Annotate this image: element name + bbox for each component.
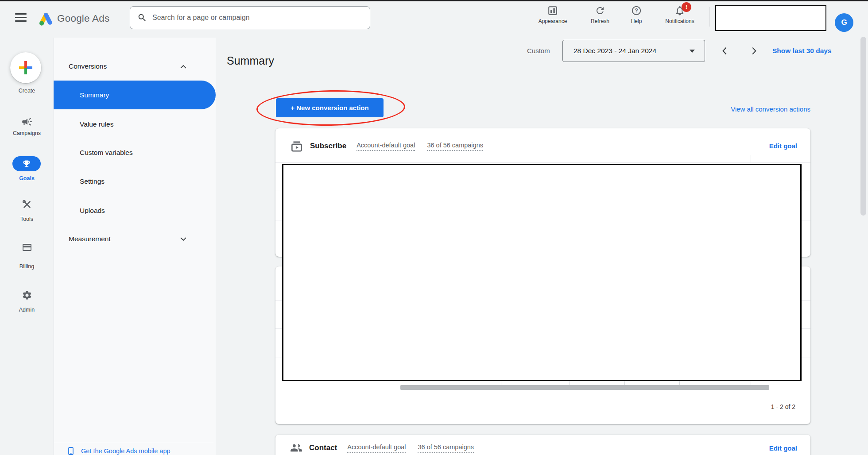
next-period-button[interactable] [748, 45, 760, 57]
window-edge [0, 0, 868, 1]
google-ads-app: { "page": { "bg": "#f1f3f4", "accent": "… [0, 0, 868, 455]
billing-label: Billing [0, 263, 54, 270]
vertical-scrollbar[interactable] [860, 37, 866, 216]
previous-period-button[interactable] [719, 45, 731, 57]
appearance-button[interactable]: Appearance [533, 5, 573, 24]
page-title: Summary [227, 54, 274, 67]
goals-label: Goals [0, 175, 54, 181]
mobile-app-link-label: Get the Google Ads mobile app [81, 445, 170, 455]
redacted-account-info [715, 5, 826, 31]
uploads-label: Uploads [80, 204, 105, 217]
notifications-label: Notifications [665, 18, 694, 24]
date-mode-label: Custom [527, 40, 550, 62]
refresh-label: Refresh [591, 18, 609, 24]
trophy-icon [22, 159, 31, 168]
subnav-section-conversions[interactable]: Conversions [54, 59, 216, 74]
admin-label: Admin [0, 307, 54, 313]
sidebar-item-billing[interactable]: Billing [0, 242, 54, 268]
gear-icon [22, 290, 32, 301]
chevron-up-icon [180, 65, 187, 69]
pagination-label: 1 - 2 of 2 [771, 401, 795, 412]
edit-goal-link[interactable]: Edit goal [769, 142, 797, 150]
goals-selected-pill[interactable] [12, 156, 41, 171]
settings-label: Settings [80, 175, 105, 188]
view-all-conversion-actions-link[interactable]: View all conversion actions [731, 103, 810, 116]
table-divider [275, 162, 810, 163]
table-column-divider [751, 155, 751, 162]
goal-type-chip[interactable]: Account-default goal [356, 142, 415, 151]
notification-badge: ! [682, 2, 691, 12]
date-range-dropdown[interactable]: 28 Dec 2023 - 24 Jan 2024 [562, 40, 705, 62]
search-box[interactable] [130, 6, 370, 29]
people-icon [290, 442, 302, 454]
help-button[interactable]: ? Help [616, 5, 656, 24]
plus-icon [18, 60, 34, 76]
google-ads-logo-icon [38, 11, 53, 26]
appearance-chart-icon [547, 5, 558, 16]
campaigns-count-chip[interactable]: 36 of 56 campaigns [418, 443, 474, 453]
account-avatar[interactable]: G [835, 13, 853, 32]
subnav-item-settings[interactable]: Settings [54, 175, 216, 188]
sidebar-item-goals[interactable]: Goals [0, 156, 54, 182]
measurement-section-label: Measurement [69, 232, 111, 246]
notifications-button[interactable]: ! Notifications [660, 5, 700, 24]
goal-card-header: Subscribe Account-default goal 36 of 56 … [290, 139, 483, 153]
google-ads-logo[interactable]: Google Ads [38, 11, 118, 27]
megaphone-icon [21, 116, 33, 127]
tools-icon [22, 199, 32, 210]
brand-text: Google Ads [57, 13, 109, 24]
dropdown-caret-icon [690, 50, 695, 53]
date-range-value: 28 Dec 2023 - 24 Jan 2024 [574, 40, 656, 62]
search-icon [137, 13, 147, 23]
subnav-item-uploads[interactable]: Uploads [54, 204, 216, 217]
chevron-left-icon [719, 45, 731, 57]
create-circle[interactable] [10, 52, 41, 83]
redacted-table [282, 164, 802, 381]
horizontal-scrollbar[interactable] [400, 385, 769, 390]
subnav-item-summary[interactable]: Summary [54, 81, 216, 109]
sidebar-item-admin[interactable]: Admin [0, 290, 54, 316]
subscriptions-icon [290, 139, 303, 153]
mobile-app-link[interactable]: Get the Google Ads mobile app [54, 445, 216, 455]
subnav-item-value-rules[interactable]: Value rules [54, 118, 216, 131]
menu-icon[interactable] [15, 13, 27, 22]
show-last-30-days-link[interactable]: Show last 30 days [772, 40, 832, 62]
search-input[interactable] [152, 14, 352, 22]
goal-card-header: Contact Account-default goal 36 of 56 ca… [290, 442, 474, 454]
chevron-down-icon [180, 237, 187, 241]
subnav-footer-divider [54, 442, 213, 442]
subnav-item-custom-variables[interactable]: Custom variables [54, 146, 216, 159]
help-label: Help [631, 18, 642, 24]
tools-label: Tools [0, 216, 54, 222]
help-icon: ? [631, 5, 642, 16]
sidebar-item-campaigns[interactable]: Campaigns [0, 116, 54, 140]
create-label: Create [0, 88, 54, 94]
custom-variables-label: Custom variables [80, 146, 133, 159]
campaigns-label: Campaigns [0, 130, 54, 136]
topbar-divider [709, 7, 710, 27]
value-rules-label: Value rules [80, 118, 113, 131]
summary-item-label: Summary [80, 81, 109, 109]
sidebar-item-tools[interactable]: Tools [0, 199, 54, 224]
appearance-label: Appearance [539, 18, 567, 24]
subnav-section-measurement[interactable]: Measurement [54, 232, 216, 246]
goal-card-contact: Contact Account-default goal 36 of 56 ca… [275, 435, 810, 455]
credit-card-icon [22, 242, 32, 253]
smartphone-icon [66, 447, 75, 455]
refresh-button[interactable]: Refresh [580, 5, 620, 24]
conversions-section-label: Conversions [69, 59, 107, 74]
svg-text:?: ? [635, 8, 638, 14]
goal-type-chip[interactable]: Account-default goal [347, 443, 406, 453]
refresh-icon [595, 5, 605, 16]
goal-name: Contact [309, 443, 337, 452]
edit-goal-link[interactable]: Edit goal [769, 444, 797, 452]
chevron-right-icon [748, 45, 760, 57]
goal-name: Subscribe [310, 142, 346, 150]
campaigns-count-chip[interactable]: 36 of 56 campaigns [427, 142, 483, 151]
new-conversion-action-button[interactable]: + New conversion action [276, 98, 384, 117]
sidebar-item-create[interactable]: Create [0, 52, 54, 95]
